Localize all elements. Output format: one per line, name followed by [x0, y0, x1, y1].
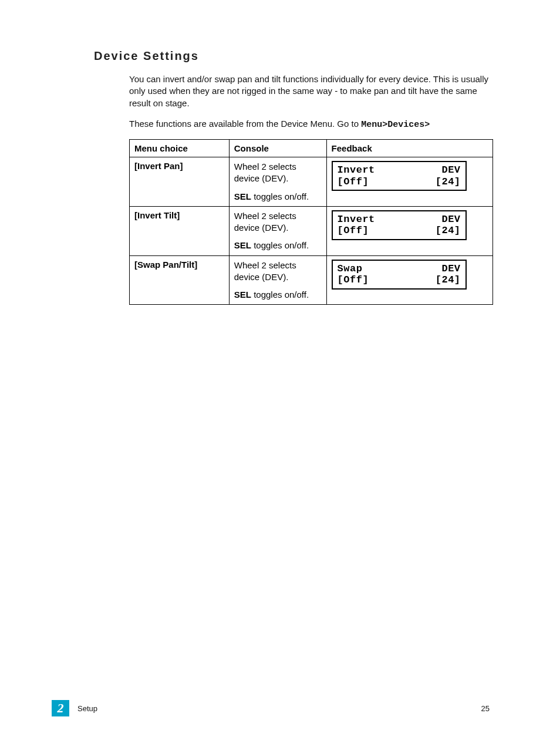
console-tail: toggles on/off. [251, 290, 309, 300]
console-line2: SEL toggles on/off. [234, 240, 322, 251]
menu-choice-cell: [Swap Pan/Tilt] [130, 255, 230, 305]
header-menu-choice: Menu choice [130, 140, 230, 157]
menu-choice-cell: [Invert Pan] [130, 157, 230, 207]
lcd-line1-right: DEV [441, 263, 460, 275]
nav-path: Menu>Devices> [361, 120, 430, 130]
console-line1: Wheel 2 selects device (DEV). [234, 210, 322, 234]
chapter-badge: 2 [52, 700, 69, 716]
footer-section-name: Setup [77, 704, 97, 713]
header-feedback: Feedback [326, 140, 492, 157]
table-row: [Swap Pan/Tilt] Wheel 2 selects device (… [130, 255, 493, 305]
lcd-line1-right: DEV [441, 214, 460, 226]
table-header-row: Menu choice Console Feedback [130, 140, 493, 157]
console-cell: Wheel 2 selects device (DEV). SEL toggle… [229, 157, 326, 207]
lcd-display: Invert DEV [Off] [24] [332, 210, 467, 240]
table-row: [Invert Tilt] Wheel 2 selects device (DE… [130, 206, 493, 255]
section-heading: Device Settings [94, 49, 490, 63]
console-line1: Wheel 2 selects device (DEV). [234, 260, 322, 284]
console-line2: SEL toggles on/off. [234, 289, 322, 301]
feedback-cell: Invert DEV [Off] [24] [326, 206, 492, 255]
lcd-line2-right: [24] [436, 274, 461, 286]
lcd-line1-left: Invert [338, 214, 375, 226]
lcd-display: Swap DEV [Off] [24] [332, 260, 467, 290]
lcd-line1-left: Invert [338, 164, 375, 176]
console-line2: SEL toggles on/off. [234, 191, 322, 203]
page-footer: 2 Setup 25 [52, 700, 490, 716]
intro-paragraph: You can invert and/or swap pan and tilt … [129, 73, 490, 109]
console-cell: Wheel 2 selects device (DEV). SEL toggle… [229, 206, 326, 255]
lcd-line2-right: [24] [436, 176, 461, 188]
table-row: [Invert Pan] Wheel 2 selects device (DEV… [130, 157, 493, 207]
lcd-display: Invert DEV [Off] [24] [332, 161, 467, 191]
lcd-line2-left: [Off] [338, 225, 369, 237]
lcd-line2-right: [24] [436, 225, 461, 237]
header-console: Console [229, 140, 326, 157]
console-cell: Wheel 2 selects device (DEV). SEL toggle… [229, 255, 326, 305]
nav-instruction: These functions are available from the D… [129, 118, 490, 131]
feedback-cell: Swap DEV [Off] [24] [326, 255, 492, 305]
page-content: Device Settings You can invert and/or sw… [0, 0, 560, 305]
menu-choice-cell: [Invert Tilt] [130, 206, 230, 255]
console-line1: Wheel 2 selects device (DEV). [234, 161, 322, 185]
sel-label: SEL [234, 191, 251, 201]
nav-prefix: These functions are available from the D… [129, 119, 361, 129]
device-settings-table: Menu choice Console Feedback [Invert Pan… [129, 139, 493, 305]
lcd-line2-left: [Off] [338, 176, 369, 188]
lcd-line1-left: Swap [338, 263, 363, 275]
sel-label: SEL [234, 290, 251, 300]
sel-label: SEL [234, 240, 251, 250]
console-tail: toggles on/off. [251, 240, 309, 250]
feedback-cell: Invert DEV [Off] [24] [326, 157, 492, 207]
footer-left: 2 Setup [52, 700, 97, 716]
lcd-line2-left: [Off] [338, 274, 369, 286]
lcd-line1-right: DEV [441, 164, 460, 176]
console-tail: toggles on/off. [251, 191, 309, 201]
page-number: 25 [481, 704, 490, 713]
